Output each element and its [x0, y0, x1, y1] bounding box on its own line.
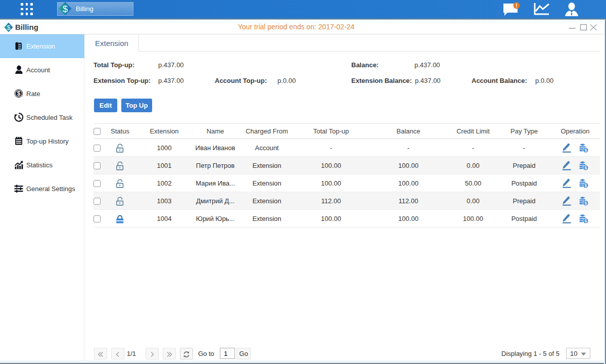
svg-text:$: $ — [63, 4, 68, 14]
svg-text:$: $ — [17, 90, 21, 97]
svg-text:!: ! — [516, 3, 517, 9]
